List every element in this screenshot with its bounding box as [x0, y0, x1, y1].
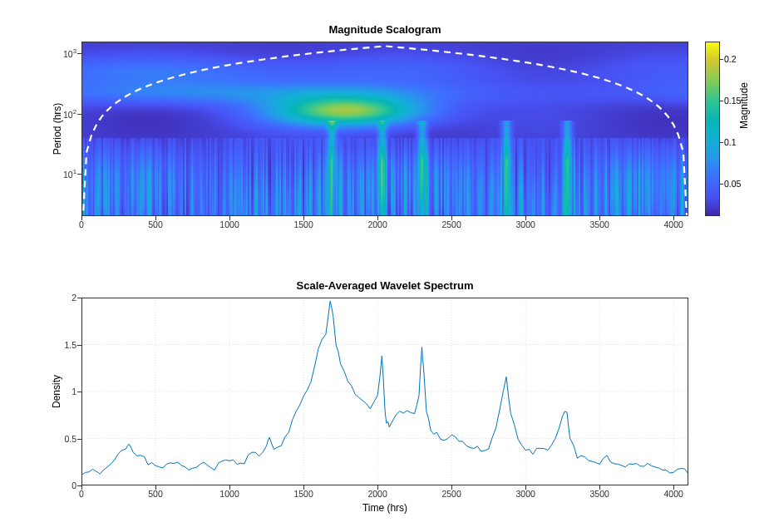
spectrum-xtick: 0	[79, 489, 84, 499]
scalogram-ylabel: Period (hrs)	[52, 103, 63, 155]
scalogram-title: Magnitude Scalogram	[81, 23, 688, 36]
spectrum-xtick: 500	[148, 489, 163, 499]
spectrum-ytick: 1.5	[64, 340, 76, 350]
scalogram-xtick: 1000	[219, 219, 239, 229]
scalogram-xtick: 500	[148, 219, 163, 229]
spectrum-xtick: 1500	[293, 489, 313, 499]
scalogram-xtick: 3000	[515, 219, 535, 229]
scalogram-xtick: 2500	[441, 219, 461, 229]
spectrum-title: Scale-Averaged Wavelet Spectrum	[81, 279, 688, 292]
colorbar-tick: 0.15	[724, 96, 741, 106]
spectrum-ytick: 0.5	[64, 434, 76, 444]
scalogram-ytick: 102	[63, 108, 76, 120]
scalogram-xtick: 3500	[589, 219, 609, 229]
colorbar-tick: 0.1	[724, 137, 737, 147]
spectrum-xtick: 2000	[367, 489, 387, 499]
scalogram-xtick: 0	[79, 219, 84, 229]
spectrum-xtick: 1000	[219, 489, 239, 499]
scalogram-xtick: 1500	[293, 219, 313, 229]
colorbar-gradient	[706, 42, 719, 215]
scalogram-xtick: 4000	[664, 219, 683, 229]
spectrum-xtick: 3000	[515, 489, 535, 499]
spectrum-plot	[81, 298, 688, 485]
spectrum-ytick: 2	[71, 293, 76, 303]
scalogram-panel: Magnitude Scalogram Period (hrs) 0500100…	[81, 42, 688, 216]
colorbar-tick: 0.05	[724, 179, 741, 189]
cone-of-influence	[81, 42, 688, 216]
spectrum-panel: Scale-Averaged Wavelet Spectrum Density …	[81, 298, 688, 485]
scalogram-xtick: 2000	[367, 219, 387, 229]
spectrum-ylabel: Density	[51, 375, 62, 408]
spectrum-xtick: 4000	[664, 489, 683, 499]
spectrum-xtick: 2500	[441, 489, 461, 499]
spectrum-ytick: 0	[71, 480, 76, 490]
colorbar-tick: 0.2	[724, 54, 737, 64]
spectrum-xtick: 3500	[589, 489, 609, 499]
spectrum-xlabel: Time (hrs)	[81, 502, 688, 514]
spectrum-ytick: 1	[71, 387, 76, 397]
colorbar: Magnitude 0.050.10.150.2	[705, 42, 720, 216]
scalogram-ytick: 103	[63, 48, 76, 60]
scalogram-ytick: 101	[63, 169, 76, 180]
